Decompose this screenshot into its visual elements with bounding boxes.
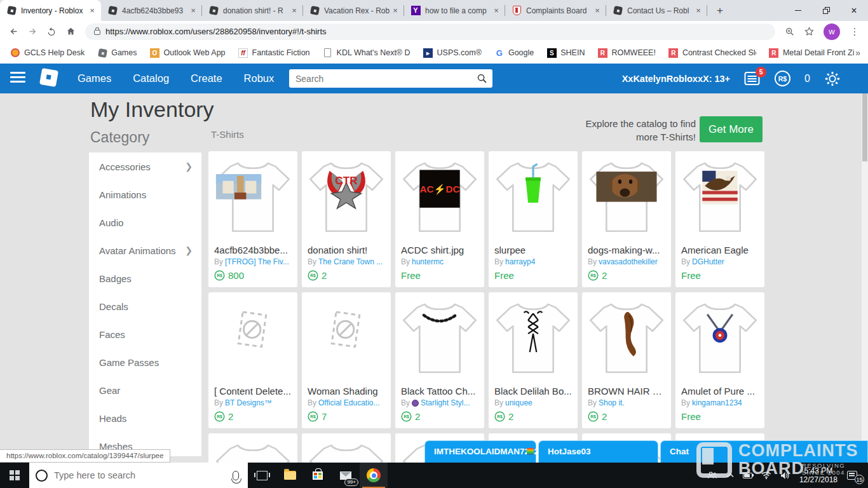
tab-close-icon[interactable]: × [592,6,602,16]
username-label[interactable]: XxKatelynRobloxxX: 13+ [622,74,730,84]
close-button[interactable]: × [840,0,868,21]
item-name[interactable]: 4acfb624b3bbe... [214,243,292,257]
category-item-gear[interactable]: Gear [89,376,201,404]
file-explorer-button[interactable] [276,463,304,488]
item-thumbnail[interactable] [208,292,297,384]
item-card[interactable]: American EagleByDGHutterFree [675,151,764,287]
creator-link[interactable]: BT Designs™ [225,398,272,409]
item-name[interactable]: Black Delilah Bo... [494,384,572,398]
item-name[interactable]: BROWN HAIR B... [588,384,665,398]
item-name[interactable]: dogs-making-w... [588,243,665,257]
tab-close-icon[interactable]: × [188,6,198,16]
battery-icon[interactable] [738,463,757,488]
category-item-heads[interactable]: Heads [89,404,201,432]
item-thumbnail[interactable] [395,292,484,384]
roblox-logo-icon[interactable] [39,68,58,87]
minimize-button[interactable] [784,0,812,21]
creator-link[interactable]: Official Educatio... [318,398,380,409]
item-card[interactable]: [ Content Delete...ByBT Designs™R$2 [208,292,297,428]
robux-icon[interactable]: R$ [774,70,791,87]
creator-link[interactable]: The Crane Town ... [318,257,383,268]
volume-icon[interactable] [776,463,794,488]
bookmarks-overflow-icon[interactable]: » [855,48,860,58]
browser-tab[interactable]: donation shirt! - R× [202,0,303,21]
creator-link[interactable]: DGHutter [692,257,724,268]
restore-button[interactable] [812,0,840,21]
nav-link-create[interactable]: Create [191,72,222,85]
item-card-partial[interactable]: You really are ANoob if u Read [302,433,391,463]
browser-tab[interactable]: 4acfb624b3bbe93× [101,0,202,21]
home-icon[interactable] [61,23,80,41]
item-thumbnail[interactable] [582,292,671,384]
creator-link[interactable]: vavasadothekiller [599,257,658,268]
item-name[interactable]: slurpee [494,243,572,257]
search-icon[interactable] [477,73,487,84]
category-item-game-passes[interactable]: Game Passes [89,348,201,376]
category-item-audio[interactable]: Audio [89,208,201,236]
bookmark-item[interactable]: RMetal Detail Front Zi [765,46,855,60]
item-thumbnail[interactable] [582,151,671,243]
item-thumbnail[interactable] [675,292,764,384]
item-name[interactable]: ACDC shirt.jpg [401,243,478,257]
people-icon[interactable] [703,463,722,488]
bookmark-item[interactable]: KDL What's Next® D [319,46,414,60]
category-item-faces[interactable]: Faces [89,320,201,348]
bookmark-item[interactable]: RContrast Checked Sle [665,46,760,60]
messages-button[interactable]: 5 [743,71,761,86]
item-card[interactable]: BROWN HAIR B...ByShop it.R$2 [582,292,671,428]
browser-tab[interactable]: Yhow to file a comp× [404,0,505,21]
reload-icon[interactable] [42,23,61,41]
item-card[interactable]: dogs-making-w...ByvavasadothekillerR$2 [582,151,671,287]
bookmark-item[interactable]: SSHEIN [543,46,588,60]
hamburger-menu-icon[interactable] [10,72,25,85]
item-card[interactable]: Black Delilah Bo...ByuniqueeR$2 [489,292,578,428]
mail-button[interactable]: 99+ [332,463,360,488]
browser-tab[interactable]: Inventory - Roblox× [0,0,101,21]
chat-tab-user2[interactable]: HotJase03 [538,440,658,463]
creator-link[interactable]: huntermc [412,257,444,268]
store-button[interactable] [304,463,332,488]
creator-link[interactable]: harrayp4 [505,257,535,268]
start-button[interactable] [0,463,29,488]
item-thumbnail[interactable] [489,151,578,243]
bookmark-item[interactable]: Games [93,46,140,60]
category-item-decals[interactable]: Decals [89,292,201,320]
item-thumbnail[interactable] [208,433,297,463]
item-card[interactable]: CTRdonation shirt!ByThe Crane Town ...R$… [302,151,391,287]
item-card[interactable]: AC⚡DCACDC shirt.jpgByhuntermcFree [395,151,484,287]
back-icon[interactable] [4,23,23,41]
category-item-badges[interactable]: Badges [89,264,201,292]
forward-icon[interactable] [23,23,42,41]
item-thumbnail[interactable]: You really are ANoob if u Read [302,433,391,463]
item-thumbnail[interactable] [302,292,391,384]
item-name[interactable]: Woman Shading [308,384,385,398]
new-tab-button[interactable]: + [711,2,729,20]
url-text[interactable]: https://www.roblox.com/users/288620958/i… [105,27,327,36]
clock[interactable]: 5:43 PM 12/27/2018 [794,466,843,484]
tray-expand-icon[interactable] [722,463,738,488]
bookmark-item[interactable]: ▸USPS.com® [419,46,485,60]
browser-tab[interactable]: Complaints Board× [505,0,606,21]
zoom-page-icon[interactable] [780,23,799,41]
browser-tab[interactable]: Vacation Rex - Rob× [303,0,404,21]
page-scrollbar[interactable]: ▲ [862,64,868,463]
robux-balance[interactable]: 0 [804,73,810,85]
get-more-button[interactable]: Get More [700,116,763,142]
browser-tab[interactable]: Contact Us – Robl× [606,0,707,21]
bookmark-star-icon[interactable] [799,23,818,41]
item-thumbnail[interactable]: AC⚡DC [395,151,484,243]
creator-link[interactable]: uniquee [505,398,532,409]
tab-close-icon[interactable]: × [289,6,299,16]
taskbar-search-box[interactable] [29,463,248,488]
url-omnibox[interactable]: https://www.roblox.com/users/288620958/i… [85,24,775,40]
category-item-accessories[interactable]: Accessories❯ [89,152,201,180]
category-item-avatar-animations[interactable]: Avatar Animations❯ [89,236,201,264]
tab-close-icon[interactable]: × [491,6,501,16]
task-view-button[interactable] [248,463,276,488]
item-card[interactable]: Amulet of Pure ...Bykingaman1234Free [675,292,764,428]
wifi-icon[interactable] [757,463,776,488]
item-thumbnail[interactable] [208,151,297,243]
item-name[interactable]: donation shirt! [308,243,385,257]
item-card[interactable]: Woman ShadingByOfficial Educatio...R$7 [302,292,391,428]
bookmark-item[interactable]: GGoogle [491,46,538,60]
